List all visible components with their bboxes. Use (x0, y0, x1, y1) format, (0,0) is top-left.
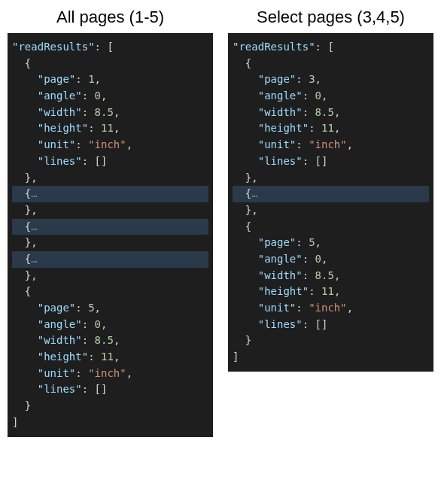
code-line: "angle": 0, (12, 88, 208, 105)
code-line: }, (12, 202, 208, 219)
code-line: }, (12, 268, 208, 284)
left-title: All pages (1-5) (8, 8, 213, 27)
folded-code-line[interactable]: {… (12, 219, 208, 235)
code-line: "lines": [] (233, 153, 429, 170)
code-line: "height": 11, (233, 284, 429, 300)
code-line: } (12, 398, 208, 414)
code-line: "unit": "inch", (233, 137, 429, 153)
code-line: "height": 11, (233, 120, 429, 137)
code-line: "width": 8.5, (233, 268, 429, 284)
code-line: "lines": [] (233, 317, 429, 333)
code-line: "page": 1, (12, 71, 208, 88)
code-line: }, (12, 235, 208, 251)
code-line: { (233, 56, 429, 72)
code-line: { (12, 56, 208, 72)
code-line: "readResults": [ (233, 39, 429, 56)
right-code-block: "readResults": [ { "page": 3, "angle": 0… (228, 33, 433, 372)
code-line: "lines": [] (12, 153, 208, 170)
comparison-container: All pages (1-5) "readResults": [ { "page… (8, 8, 433, 437)
code-line: "width": 8.5, (12, 332, 208, 349)
code-line: "angle": 0, (233, 251, 429, 268)
code-line: { (233, 219, 429, 235)
code-line: ] (233, 349, 429, 366)
code-line: "width": 8.5, (233, 105, 429, 121)
code-line: "unit": "inch", (12, 137, 208, 153)
code-line: "readResults": [ (12, 39, 208, 56)
right-title: Select pages (3,4,5) (228, 8, 433, 27)
left-code-block: "readResults": [ { "page": 1, "angle": 0… (8, 33, 213, 437)
left-column: All pages (1-5) "readResults": [ { "page… (8, 8, 213, 437)
code-line: "page": 3, (233, 71, 429, 88)
folded-code-line[interactable]: {… (233, 186, 429, 202)
code-line: } (233, 332, 429, 349)
code-line: "unit": "inch", (12, 366, 208, 382)
code-line: "page": 5, (233, 235, 429, 251)
code-line: }, (12, 170, 208, 187)
code-line: "height": 11, (12, 120, 208, 137)
code-line: "angle": 0, (233, 88, 429, 105)
right-column: Select pages (3,4,5) "readResults": [ { … (228, 8, 433, 437)
code-line: { (12, 284, 208, 300)
folded-code-line[interactable]: {… (12, 251, 208, 268)
code-line: }, (233, 202, 429, 219)
code-line: ] (12, 414, 208, 431)
code-line: "page": 5, (12, 300, 208, 317)
code-line: "width": 8.5, (12, 105, 208, 121)
code-line: "height": 11, (12, 349, 208, 366)
code-line: }, (233, 170, 429, 187)
folded-code-line[interactable]: {… (12, 186, 208, 202)
code-line: "unit": "inch", (233, 300, 429, 317)
code-line: "lines": [] (12, 381, 208, 398)
code-line: "angle": 0, (12, 317, 208, 333)
